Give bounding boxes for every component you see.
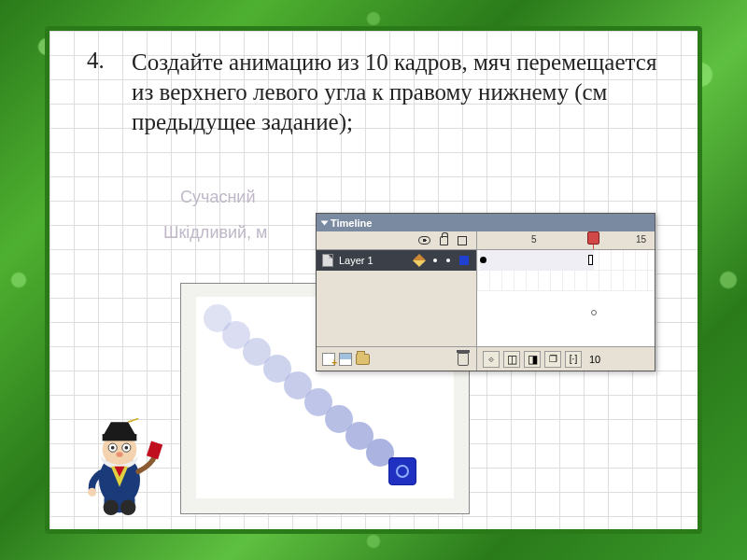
layer-visibility-dots[interactable] bbox=[433, 259, 450, 262]
timeline-title: Timeline bbox=[331, 217, 372, 229]
timeline-panel: Timeline Layer 1 bbox=[316, 213, 655, 371]
outline-icon[interactable] bbox=[458, 236, 467, 245]
svg-rect-5 bbox=[103, 434, 137, 441]
svg-point-9 bbox=[111, 446, 115, 450]
playhead-line bbox=[593, 245, 594, 249]
svg-rect-12 bbox=[147, 441, 162, 460]
svg-point-10 bbox=[125, 446, 129, 450]
svg-line-6 bbox=[128, 419, 138, 423]
collapse-triangle-icon[interactable] bbox=[321, 220, 329, 225]
ruler-tick-5: 5 bbox=[531, 234, 537, 245]
onion-skin-outlines-icon[interactable]: ◨ bbox=[524, 351, 541, 368]
modify-onion-markers-icon[interactable]: [·] bbox=[565, 351, 582, 368]
layer-name[interactable]: Layer 1 bbox=[339, 255, 374, 266]
slide-card: 4. Создайте анимацию из 10 кадров, мяч п… bbox=[45, 26, 702, 534]
frame-row-empty[interactable] bbox=[477, 271, 655, 291]
onion-skin-icon[interactable]: ◫ bbox=[503, 351, 520, 368]
faded-text-2: Шкідливий, м bbox=[163, 223, 267, 243]
add-motion-guide-icon[interactable] bbox=[339, 353, 352, 366]
frame-span bbox=[480, 250, 594, 271]
ball-selected-frame[interactable] bbox=[388, 457, 416, 485]
playhead-marker-icon[interactable] bbox=[587, 231, 599, 245]
ruler-tick-15: 15 bbox=[636, 234, 646, 245]
timeline-footer: ⟐ ◫ ◨ ❐ [·] 10 bbox=[317, 346, 655, 371]
eye-icon[interactable] bbox=[418, 236, 430, 245]
pencil-icon bbox=[413, 254, 426, 267]
add-layer-icon[interactable] bbox=[322, 353, 335, 366]
edit-multiple-frames-icon[interactable]: ❐ bbox=[544, 351, 561, 368]
layer-type-icon bbox=[322, 254, 333, 267]
layer-row[interactable]: Layer 1 bbox=[317, 250, 476, 271]
timeline-body: Layer 1 5 15 bbox=[317, 231, 655, 346]
add-folder-icon[interactable] bbox=[356, 354, 370, 365]
layer-outline-color[interactable] bbox=[459, 256, 469, 265]
trash-icon[interactable] bbox=[458, 353, 469, 366]
playhead[interactable] bbox=[587, 231, 599, 249]
timeline-header[interactable]: Timeline bbox=[317, 214, 655, 231]
task-number: 4. bbox=[87, 48, 105, 74]
faded-text-1: Сучасний bbox=[180, 188, 255, 207]
layer-header-icons bbox=[317, 231, 476, 250]
professor-mascot bbox=[76, 413, 163, 516]
svg-point-2 bbox=[104, 500, 119, 516]
onion-skin-end-marker[interactable] bbox=[591, 310, 597, 315]
frames-area[interactable]: 5 15 bbox=[477, 231, 655, 346]
playback-controls: ⟐ ◫ ◨ ❐ [·] 10 bbox=[477, 351, 655, 368]
layer-controls bbox=[317, 347, 477, 371]
task-text: Создайте анимацию из 10 кадров, мяч пере… bbox=[132, 48, 671, 137]
keyframe-1[interactable] bbox=[480, 257, 486, 263]
svg-point-13 bbox=[88, 488, 96, 497]
frame-ruler[interactable]: 5 15 bbox=[477, 231, 655, 250]
lock-icon[interactable] bbox=[440, 236, 448, 245]
svg-point-11 bbox=[116, 452, 122, 457]
frame-row[interactable] bbox=[477, 250, 655, 271]
current-frame-number: 10 bbox=[589, 354, 610, 365]
layer-column: Layer 1 bbox=[317, 231, 477, 346]
keyframe-10[interactable] bbox=[588, 255, 593, 265]
center-frame-icon[interactable]: ⟐ bbox=[483, 351, 500, 368]
svg-point-3 bbox=[120, 500, 135, 516]
